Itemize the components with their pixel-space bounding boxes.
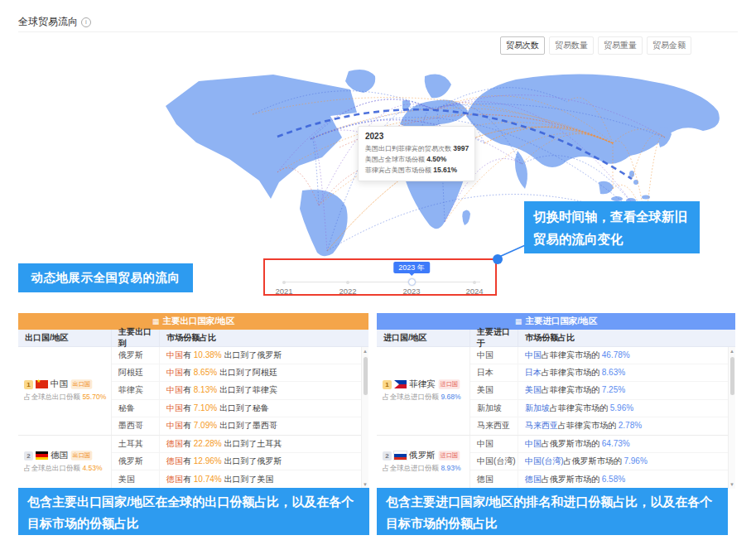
timeline-slider[interactable]: 2023 年 2021202220232024 xyxy=(263,258,497,296)
de-flag-icon xyxy=(36,451,48,460)
tooltip-year: 2023 xyxy=(365,132,468,141)
column-header: 市场份额占比 xyxy=(160,330,368,346)
share-actor: 中国(台湾) xyxy=(525,456,564,465)
share-text: 中国有 8.65% 出口到了阿根廷 xyxy=(160,367,368,379)
header-divider xyxy=(18,31,738,32)
import-countries-table: ▦ 主要进口国家/地区 进口国/地区 主要进口于 市场份额占比 1菲律宾进口国占… xyxy=(377,313,735,489)
country-cell: 2俄罗斯进口国占全球总进口份额 8.93% xyxy=(377,436,470,488)
rank-badge: 2 xyxy=(24,451,33,461)
import-table-scrollbar[interactable]: ▲ ▼ xyxy=(728,347,735,489)
share-percent: 64.73% xyxy=(602,439,630,448)
callout-timeline: 切换时间轴，查看全球新旧贸易的流向变化 xyxy=(524,201,700,253)
table-row: 中国中国占俄罗斯市场的 64.73% xyxy=(470,436,735,453)
country-cell: 1中国出口国占全球总出口份额 55.70% xyxy=(18,347,112,435)
share-text: 德国有 12.96% 出口到了俄罗斯 xyxy=(160,456,368,467)
import-table-title: 主要进口国家/地区 xyxy=(525,316,597,327)
share-actor: 中国 xyxy=(525,350,542,359)
timeline-tick xyxy=(346,281,349,284)
callout-export-table: 包含主要出口国家/地区在全球的出口份额占比，以及在各个目标市场的份额占比 xyxy=(18,488,369,535)
page-title: 全球贸易流向 i xyxy=(18,15,91,29)
table-row: 日本日本占菲律宾市场的 8.63% xyxy=(470,364,735,382)
country-name: 德国 xyxy=(51,450,68,461)
toolbar-button-2[interactable]: 贸易数量 xyxy=(549,36,594,55)
table-row: 墨西哥中国有 7.09% 出口到了墨西哥 xyxy=(112,417,368,435)
share-actor: 中国 xyxy=(166,385,183,394)
timeline-tick xyxy=(282,281,286,284)
partner-country: 俄罗斯 xyxy=(112,453,160,470)
toolbar-button-1[interactable]: 贸易次数 xyxy=(500,36,545,55)
toolbar-button-4[interactable]: 贸易金额 xyxy=(647,36,691,55)
timeline-year-2024[interactable]: 2024 xyxy=(465,287,483,296)
rank-badge: 1 xyxy=(383,380,392,389)
country-line: 1中国出口国 xyxy=(24,379,108,390)
role-tag: 进口国 xyxy=(438,451,459,461)
partner-country: 日本 xyxy=(470,364,518,381)
share-actor: 美国 xyxy=(525,385,542,394)
share-percent: 5.96% xyxy=(610,403,633,412)
country-line: 2德国出口国 xyxy=(24,450,108,461)
country-line: 2俄罗斯进口国 xyxy=(383,450,466,461)
timeline-year-2021[interactable]: 2021 xyxy=(275,287,292,296)
cn-flag-icon xyxy=(36,380,48,388)
partner-rows: 中国中国占俄罗斯市场的 64.73%中国(台湾)中国(台湾)占俄罗斯市场的 7.… xyxy=(470,436,735,488)
global-trade-flow-page: 全球贸易流向 i 贸易次数贸易数量贸易重量贸易金额 xyxy=(0,0,756,545)
export-table-scrollbar[interactable]: ▲ ▼ xyxy=(361,347,368,489)
global-share: 占全球总进口份额 8.93% xyxy=(383,464,466,474)
share-actor: 德国 xyxy=(166,439,183,448)
toolbar-button-3[interactable]: 贸易重量 xyxy=(598,36,643,55)
country-group: 1菲律宾进口国占全球总进口份额 9.68%中国中国占菲律宾市场的 46.78%日… xyxy=(377,347,735,436)
rank-badge: 2 xyxy=(383,451,392,461)
table-row: 土耳其德国有 22.28% 出口到了土耳其 xyxy=(112,436,368,453)
scrollbar-thumb[interactable] xyxy=(730,357,734,395)
timeline-year-2022[interactable]: 2022 xyxy=(339,287,356,296)
partner-country: 德国 xyxy=(470,470,518,488)
scroll-up-icon[interactable]: ▲ xyxy=(729,347,735,355)
share-percent: 8.65% xyxy=(194,368,217,377)
share-actor: 德国 xyxy=(166,456,183,465)
country-name: 菲律宾 xyxy=(409,379,436,390)
export-countries-table: ▦ 主要出口国家/地区 出口国/地区 主要出口到 市场份额占比 1中国出口国占全… xyxy=(18,313,368,489)
partner-country: 美国 xyxy=(470,382,518,398)
share-percent: 7.25% xyxy=(602,385,625,394)
share-text: 德国占俄罗斯市场的 6.58% xyxy=(518,474,735,485)
map-tooltip: 2023 美国出口到菲律宾的贸易次数 3997美国占全球市场份额 4.50%菲律… xyxy=(358,126,475,181)
column-header: 主要出口到 xyxy=(112,330,160,346)
partner-country: 中国 xyxy=(470,347,518,364)
country-group: 2德国出口国占全球总出口份额 4.53%土耳其德国有 22.28% 出口到了土耳… xyxy=(18,436,368,488)
tooltip-line: 美国占全球市场份额 4.50% xyxy=(365,154,468,165)
share-text: 德国有 10.74% 出口到了美国 xyxy=(160,474,368,485)
table-row: 美国德国有 10.74% 出口到了美国 xyxy=(112,470,368,488)
tooltip-line: 美国出口到菲律宾的贸易次数 3997 xyxy=(365,143,468,154)
callout-import-table: 包含主要进口国家/地区的排名和进口份额占比，以及在各个目标市场的份额占比 xyxy=(377,488,728,535)
import-table-titlebar: ▦ 主要进口国家/地区 xyxy=(377,313,735,330)
share-percent: 46.78% xyxy=(602,350,630,359)
column-header: 进口国/地区 xyxy=(377,330,470,346)
timeline-handle[interactable] xyxy=(408,278,416,286)
export-table-columns: 出口国/地区 主要出口到 市场份额占比 xyxy=(18,330,368,347)
table-row: 俄罗斯德国有 12.96% 出口到了俄罗斯 xyxy=(112,453,368,470)
share-actor: 德国 xyxy=(525,475,542,484)
country-group: 1中国出口国占全球总出口份额 55.70%俄罗斯中国有 10.38% 出口到了俄… xyxy=(18,347,368,436)
info-icon[interactable]: i xyxy=(81,17,91,27)
scroll-up-icon[interactable]: ▲ xyxy=(362,347,368,355)
share-text: 中国(台湾)占俄罗斯市场的 7.96% xyxy=(518,456,735,467)
table-row: 马来西亚马来西亚占菲律宾市场的 2.78% xyxy=(470,417,735,435)
global-share: 占全球总出口份额 4.53% xyxy=(24,464,108,474)
share-text: 中国占菲律宾市场的 46.78% xyxy=(518,350,735,361)
partner-country: 菲律宾 xyxy=(112,382,160,398)
partner-rows: 土耳其德国有 22.28% 出口到了土耳其俄罗斯德国有 12.96% 出口到了俄… xyxy=(112,436,368,488)
partner-country: 马来西亚 xyxy=(470,417,518,435)
rank-badge: 1 xyxy=(24,380,33,389)
trade-metric-toolbar: 贸易次数贸易数量贸易重量贸易金额 xyxy=(500,36,691,55)
scrollbar-thumb[interactable] xyxy=(364,357,368,395)
role-tag: 出口国 xyxy=(71,380,92,389)
column-header: 市场份额占比 xyxy=(518,330,735,346)
timeline-track[interactable] xyxy=(283,282,480,282)
share-text: 中国有 8.13% 出口到了菲律宾 xyxy=(160,384,368,396)
table-row: 美国美国占菲律宾市场的 7.25% xyxy=(470,382,735,399)
partner-country: 俄罗斯 xyxy=(112,347,160,364)
scroll-down-icon[interactable]: ▼ xyxy=(729,480,735,489)
country-cell: 1菲律宾进口国占全球总进口份额 9.68% xyxy=(377,347,470,435)
timeline-year-2023[interactable]: 2023 xyxy=(402,287,420,296)
timeline-selected-tooltip: 2023 年 xyxy=(393,262,430,273)
